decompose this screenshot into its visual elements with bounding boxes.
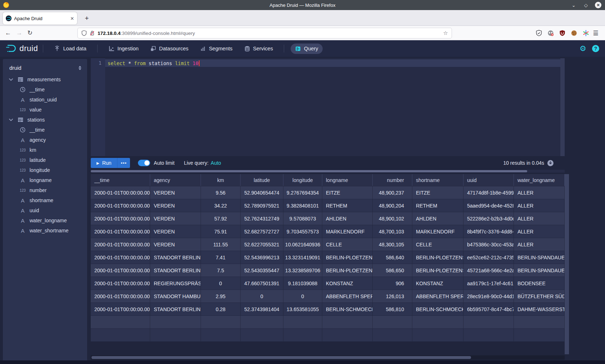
query-text-line[interactable]: select * from stations limit 10 — [105, 59, 565, 67]
insecure-lock-icon[interactable] — [90, 30, 95, 36]
results-vscrollbar[interactable] — [565, 174, 569, 354]
tab-apache-druid[interactable]: Apache Druid ✕ — [3, 12, 77, 24]
cell-uuid: 28ec91e8-90c0-44d1-8fc2 — [463, 290, 514, 302]
cell-shortname: AHLDEN — [412, 212, 463, 225]
table-row: 2000-01-01T00:00:00.000ZSTANDORT BERLIN0… — [91, 303, 565, 316]
download-results-icon[interactable] — [547, 160, 554, 167]
help-icon[interactable]: ? — [592, 45, 599, 52]
extension-cookie-icon[interactable] — [571, 30, 577, 36]
string-type-icon: A — [19, 97, 27, 103]
nav-item-ingestion[interactable]: Ingestion — [104, 44, 143, 54]
run-more-button[interactable]: ••• — [117, 158, 130, 168]
tracking-shield-icon[interactable] — [81, 30, 87, 36]
cell-number: 48,900,237 — [373, 186, 412, 199]
extension-shield-check-icon[interactable] — [536, 30, 542, 36]
table-row: 2000-01-01T00:00:00.000ZVERDEN111.5552.6… — [91, 238, 565, 251]
bottom-strip — [0, 360, 605, 364]
tree-item-longname[interactable]: Alongname — [3, 175, 87, 185]
tree-item---time[interactable]: __time — [3, 125, 87, 135]
table-row: 2000-01-01T00:00:00.000ZVERDEN9.5652.904… — [91, 186, 565, 199]
extension-mask-icon[interactable] — [547, 30, 554, 36]
results-hscrollbar-bottom-thumb[interactable] — [91, 356, 471, 359]
tree-item-label: km — [30, 147, 36, 153]
tree-item-station-uuid[interactable]: Astation_uuid — [3, 95, 87, 105]
editor-scrollbar[interactable] — [560, 58, 565, 156]
url-host: 172.18.0.4 — [98, 31, 121, 36]
url-bar[interactable]: 172.18.0.4:30899/unified-console.html#qu… — [77, 28, 452, 38]
tree-item-label: water_longname — [30, 218, 67, 223]
tree-item-agency[interactable]: Aagency — [3, 135, 87, 145]
cell-uuid: 6b595707-8c47-4bc7-a882 — [463, 303, 514, 315]
column-header-number[interactable]: number — [373, 174, 412, 186]
bookmark-star-icon[interactable]: ☆ — [443, 30, 448, 36]
tree-item-measurements[interactable]: measurements — [3, 74, 87, 85]
url-text[interactable]: 172.18.0.4:30899/unified-console.html#qu… — [98, 31, 440, 36]
menu-button[interactable]: ☰ — [591, 29, 600, 37]
results-hscrollbar-top-thumb[interactable] — [91, 170, 527, 172]
nav-item-segments[interactable]: Segments — [196, 44, 237, 54]
cell-latitude: 52.6827572727 — [241, 225, 283, 238]
tab-bar: Apache Druid ✕ + — [0, 10, 605, 26]
tree-item-km[interactable]: 123km — [3, 145, 87, 155]
tree-item---time[interactable]: __time — [3, 85, 87, 95]
cell-longname: BERLIN-PLOETZENSEE UP — [322, 264, 373, 277]
column-header-agency[interactable]: agency — [150, 174, 201, 186]
nav-item-label: Services — [253, 46, 273, 51]
nav-item-query[interactable]: Query — [291, 44, 323, 54]
column-header-uuid[interactable]: uuid — [463, 174, 514, 186]
column-header-shortname[interactable]: shortname — [412, 174, 463, 186]
tree-item-water-longname[interactable]: Awater_longname — [3, 215, 87, 226]
extension-ublock-icon[interactable] — [559, 30, 565, 36]
cell-__time: 2000-01-01T00:00:00.000Z — [91, 238, 150, 251]
extension-snowflake-icon[interactable] — [583, 30, 589, 36]
tree-item-latitude[interactable]: 123latitude — [3, 155, 87, 165]
number-type-icon: 123 — [19, 108, 27, 112]
settings-gear-icon[interactable]: ⚙ — [579, 44, 586, 53]
tree-item-value[interactable]: 123value — [3, 105, 87, 115]
query-editor[interactable]: 1 select * from stations limit 10 — [91, 58, 565, 156]
new-tab-button[interactable]: + — [82, 14, 91, 23]
tree-item-uuid[interactable]: Auuid — [3, 205, 87, 215]
column-header-water_longname[interactable]: water_longname — [514, 174, 565, 186]
window-maximize-icon[interactable]: ◇ — [583, 2, 589, 8]
cell-water_longname — [514, 316, 565, 328]
forward-button[interactable]: → — [16, 29, 22, 37]
druid-navbar: druid Load dataIngestionDatasourcesSegme… — [0, 40, 605, 57]
cell-number: 126,013 — [373, 290, 412, 302]
cell-latitude: 52.7624312749 — [241, 212, 283, 225]
reload-button[interactable]: ↻ — [27, 29, 32, 37]
schema-sort-icon[interactable] — [78, 65, 82, 70]
sql-token-keyword: limit — [175, 60, 190, 66]
nav-item-datasources[interactable]: Datasources — [146, 44, 193, 54]
tab-close-icon[interactable]: ✕ — [70, 16, 74, 21]
tree-item-number[interactable]: 123number — [3, 185, 87, 195]
back-button[interactable]: ← — [5, 29, 11, 37]
tree-item-shortname[interactable]: Ashortname — [3, 195, 87, 205]
window-close-icon[interactable]: ✕ — [595, 2, 601, 8]
chevron-down-icon[interactable] — [8, 78, 14, 81]
chevron-down-icon[interactable] — [8, 119, 14, 121]
auto-limit-toggle[interactable] — [138, 160, 150, 166]
results-table: __timeagencykmlatitudelongitudelongnamen… — [91, 174, 565, 342]
cell-shortname: BERLIN-SCHMOECKWITZ — [412, 303, 463, 315]
column-header-km[interactable]: km — [201, 174, 241, 186]
tree-item-stations[interactable]: stations — [3, 115, 87, 125]
nav-item-load-data[interactable]: Load data — [50, 44, 91, 54]
cell-longname: RETHEM — [322, 199, 373, 212]
column-header-longname[interactable]: longname — [322, 174, 373, 186]
cell-agency: VERDEN — [150, 212, 201, 225]
live-query-value[interactable]: Auto — [211, 160, 221, 166]
clock-icon — [19, 87, 27, 92]
run-button[interactable]: ▶ Run — [91, 158, 117, 168]
cell-agency: STANDORT BERLIN — [150, 303, 201, 315]
number-type-icon: 123 — [19, 168, 27, 172]
cell-latitude: 52.5436996213 — [241, 251, 283, 264]
druid-logo[interactable]: druid — [6, 44, 38, 53]
window-minimize-icon[interactable]: ⌄ — [570, 2, 577, 8]
tree-item-water-shortname[interactable]: Awater_shortname — [3, 226, 87, 236]
column-header-latitude[interactable]: latitude — [241, 174, 283, 186]
column-header-longitude[interactable]: longitude — [283, 174, 322, 186]
nav-item-services[interactable]: Services — [240, 44, 278, 54]
column-header-__time[interactable]: __time — [91, 174, 150, 186]
tree-item-longitude[interactable]: 123longitude — [3, 165, 87, 175]
